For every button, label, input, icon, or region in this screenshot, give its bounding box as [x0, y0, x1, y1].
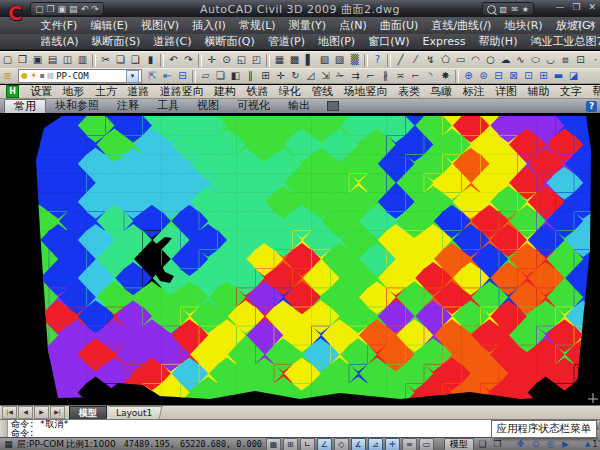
save-icon[interactable]: ▣ [30, 53, 45, 67]
save-icon[interactable]: ▣ [58, 3, 67, 15]
menu-item[interactable]: 视图(V) [134, 18, 185, 33]
qp-toggle[interactable]: ▭ [419, 438, 434, 450]
construction-line-icon[interactable]: ⁄ [408, 53, 423, 67]
minimize-button[interactable]: — [555, 2, 564, 12]
pan-realtime-icon[interactable]: ✛ [204, 53, 219, 67]
insert-block-icon[interactable]: ⧈ [558, 53, 573, 67]
revcloud-icon[interactable]: ☁ [498, 53, 513, 67]
zoom-window-icon[interactable]: ◱ [234, 53, 249, 67]
hongye-menu-item[interactable]: 管线 [306, 84, 338, 99]
ellipse-icon[interactable]: ⬭ [528, 53, 543, 67]
open-icon[interactable]: ❐ [47, 3, 55, 15]
qnew-icon[interactable]: ▢ [0, 53, 15, 67]
communication-center-icon[interactable]: ✉ [511, 4, 518, 15]
ribbon-tab-视图[interactable]: 视图 [188, 99, 228, 113]
hongye-menu-item[interactable]: 铁路 [241, 84, 273, 99]
offset-icon[interactable]: ∥ [243, 69, 258, 83]
cut-icon[interactable]: ✂ [98, 53, 113, 67]
scale-icon[interactable]: ◿ [303, 69, 318, 83]
hongye-menu-item[interactable]: 表类 [393, 84, 425, 99]
layer-previous-icon[interactable]: ⇤ [160, 69, 175, 83]
plot-icon[interactable]: ▤ [45, 53, 60, 67]
pan-icon[interactable]: ✥ [514, 439, 527, 449]
lwt-toggle[interactable]: ≡ [402, 438, 417, 450]
match-properties-icon[interactable]: ▮ [143, 53, 158, 67]
menu-item[interactable]: 曲面(U) [373, 18, 425, 33]
hongye-menu-item[interactable]: 设置 [25, 84, 57, 99]
hongye-menu-item[interactable]: 文字 [555, 84, 587, 99]
erase-icon[interactable]: ▱ [198, 69, 213, 83]
hongye-menu-item[interactable]: 辅助 [522, 84, 554, 99]
quickcalc-icon[interactable]: ▒ [347, 53, 362, 67]
panel-toggle-icon[interactable] [327, 101, 339, 111]
hongye-menu-item[interactable]: 道路竖向 [155, 84, 209, 99]
new-icon[interactable]: ▢ [35, 3, 44, 15]
next-tab-button[interactable]: ▶ [34, 406, 49, 419]
search-icon[interactable] [487, 5, 496, 14]
surface-elevation-map[interactable] [0, 113, 600, 405]
chamfer-icon[interactable]: ⌐ [408, 69, 423, 83]
array-icon[interactable]: ⊞ [258, 69, 273, 83]
menu-item[interactable]: 地图(P) [311, 34, 361, 49]
ribbon-tab-可视化[interactable]: 可视化 [228, 99, 279, 113]
tab-layout1[interactable]: Layout1 [107, 406, 163, 420]
plot-icon[interactable]: ▤ [69, 3, 78, 15]
menu-item[interactable]: 窗口(W) [362, 34, 416, 49]
model-space-button[interactable]: 模型 [444, 438, 474, 450]
make-object-layer-current-icon[interactable]: ⇱ [145, 69, 160, 83]
plot-preview-icon[interactable]: ◫ [60, 53, 75, 67]
menu-item[interactable]: 点(N) [332, 18, 373, 33]
redo-icon[interactable]: ↷ [91, 3, 99, 15]
zoom-realtime-icon[interactable]: ⊙ [219, 53, 234, 67]
ucs-origin-icon[interactable]: ⊞ [536, 69, 551, 83]
ellipse-arc-icon[interactable]: ◡ [543, 53, 558, 67]
hongye-menu-item[interactable]: 场地竖向 [338, 84, 392, 99]
annotation-scale-button[interactable]: ▲1' = 1'▾ [582, 439, 600, 449]
ribbon-tab-块和参照[interactable]: 块和参照 [46, 99, 108, 113]
tab-model[interactable]: 模型 [69, 406, 107, 420]
ribbon-tab-注释[interactable]: 注释 [108, 99, 148, 113]
ribbon-tab-工具[interactable]: 工具 [148, 99, 188, 113]
hongye-menu-item[interactable]: 标注 [458, 84, 490, 99]
snap-toggle[interactable]: ▦ [266, 438, 281, 450]
hongye-menu-item[interactable]: 帮助 [587, 84, 600, 99]
zoom-icon[interactable]: ⊙ [529, 439, 542, 449]
hongye-menu-item[interactable]: 地形 [57, 84, 89, 99]
ribbon-tab-常用[interactable]: 常用 [4, 99, 46, 114]
markup-icon[interactable]: ▨ [332, 53, 347, 67]
open-icon[interactable]: ❐ [15, 53, 30, 67]
ribbon-tab-输出[interactable]: 输出 [279, 99, 319, 113]
rectangle-icon[interactable]: ▭ [453, 53, 468, 67]
spline-icon[interactable]: ∿ [513, 53, 528, 67]
sheetset-icon[interactable]: ▧ [317, 53, 332, 67]
section-plane-icon[interactable]: ▬ [551, 69, 566, 83]
hongye-menu-item[interactable]: 详图 [490, 84, 522, 99]
menu-item[interactable]: 道路(C) [147, 34, 198, 49]
layer-combo[interactable]: ●☀▪■PP-COM▾ [18, 69, 142, 83]
rotate-icon[interactable]: ↻ [288, 69, 303, 83]
command-panel-grip[interactable] [0, 420, 8, 437]
hongye-logo-icon[interactable]: H [6, 85, 19, 98]
civil3d-logo-icon[interactable]: C [2, 0, 28, 30]
menu-item[interactable]: 直线/曲线(/) [425, 18, 498, 33]
ribbon-help-icon[interactable]: ? [586, 101, 597, 112]
subscription-center-icon[interactable]: ▧ [500, 4, 508, 15]
menu-item[interactable]: 测量(Y) [282, 18, 332, 33]
trim-icon[interactable]: ✁ [333, 69, 348, 83]
layer-combo-arrow-icon[interactable]: ▾ [126, 70, 139, 83]
zoom-previous-icon[interactable]: ◰ [249, 53, 264, 67]
hongye-menu-item[interactable]: 绿化 [274, 84, 306, 99]
polygon-icon[interactable]: ⬠ [438, 53, 453, 67]
undo-icon[interactable]: ↶ [166, 53, 181, 67]
layer-properties-icon[interactable]: ≣ [0, 69, 15, 83]
mirror-icon[interactable]: ◧ [228, 69, 243, 83]
make-block-icon[interactable]: ⊡ [573, 53, 588, 67]
join-icon[interactable]: ≍ [393, 69, 408, 83]
ucs-world-icon[interactable]: ⊜ [476, 69, 491, 83]
ucs-icon[interactable]: ⊕ [461, 69, 476, 83]
help-icon[interactable]: ? [370, 53, 385, 67]
fillet-icon[interactable]: ◝ [423, 69, 438, 83]
doc-minimize-button[interactable]: — [557, 20, 566, 30]
quick-view-drawings-icon[interactable]: ❐ [491, 439, 504, 449]
break-icon[interactable]: ∦ [378, 69, 393, 83]
